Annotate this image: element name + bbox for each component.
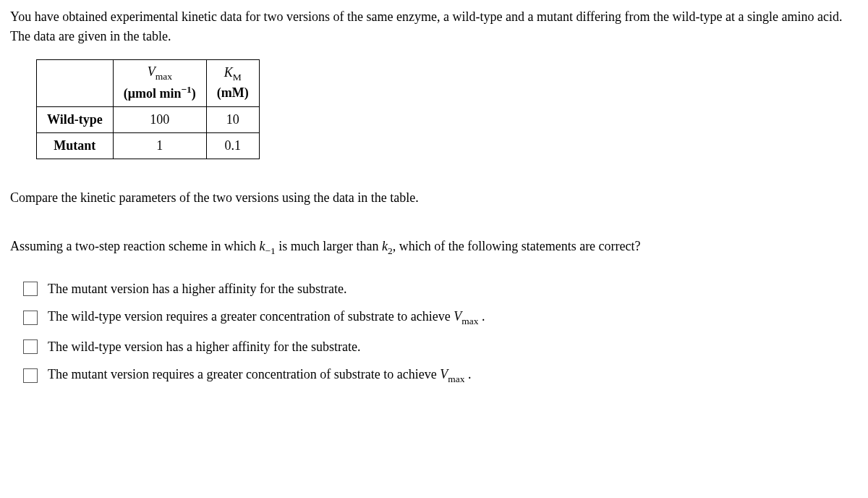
option-3: The wild-type version has a higher affin… [23, 337, 858, 358]
compare-prompt: Compare the kinetic parameters of the tw… [10, 188, 858, 208]
checkbox[interactable] [23, 311, 38, 325]
option-text: The wild-type version has a higher affin… [48, 337, 361, 358]
kinetics-table: Vmax (μmol min−1) KM (mM) Wild-type 100 … [36, 59, 260, 159]
intro-text: You have obtained experimental kinetic d… [10, 7, 858, 46]
question-text: Assuming a two-step reaction scheme in w… [10, 237, 858, 258]
option-text: The wild-type version requires a greater… [48, 306, 485, 329]
row-label: Wild-type [37, 106, 114, 132]
option-1: The mutant version has a higher affinity… [23, 279, 858, 300]
option-4: The mutant version requires a greater co… [23, 364, 858, 387]
option-text: The mutant version requires a greater co… [48, 364, 472, 387]
checkbox[interactable] [23, 282, 38, 296]
option-text: The mutant version has a higher affinity… [48, 279, 347, 300]
cell-km: 0.1 [206, 132, 259, 159]
vmax-header: Vmax (μmol min−1) [113, 60, 206, 107]
checkbox[interactable] [23, 339, 38, 354]
table-row: Wild-type 100 10 [37, 106, 260, 132]
row-label: Mutant [37, 132, 114, 159]
km-header: KM (mM) [206, 60, 259, 107]
checkbox[interactable] [23, 368, 38, 383]
empty-header [37, 60, 114, 107]
table-row: Mutant 1 0.1 [37, 132, 260, 159]
options-group: The mutant version has a higher affinity… [23, 279, 858, 387]
cell-vmax: 100 [113, 106, 206, 132]
cell-km: 10 [206, 106, 259, 132]
cell-vmax: 1 [113, 132, 206, 159]
option-2: The wild-type version requires a greater… [23, 306, 858, 329]
